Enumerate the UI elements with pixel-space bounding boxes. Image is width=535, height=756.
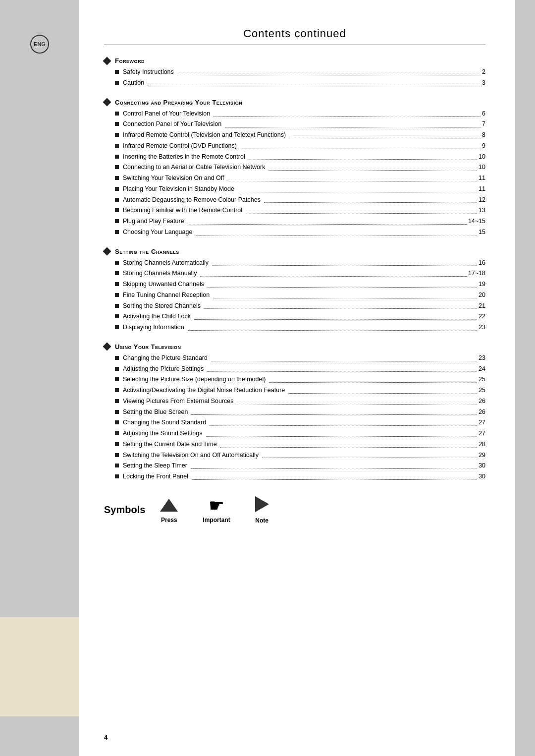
toc-text: Setting the Current Date and Time28 <box>123 440 485 449</box>
toc-label: Viewing Pictures From External Sources <box>123 397 233 406</box>
toc-page-number: 19 <box>479 280 485 289</box>
toc-label: Safety Instructions <box>123 67 174 77</box>
toc-bullet-icon <box>115 133 119 137</box>
toc-text: Fine Tuning Channel Reception20 <box>123 291 485 300</box>
section-title-using: Using Your Television <box>115 343 181 350</box>
section-connecting: Connecting and Preparing Your Television… <box>104 99 485 237</box>
toc-label: Changing the Picture Standard <box>123 353 208 363</box>
toc-text: Changing the Picture Standard23 <box>123 353 485 363</box>
toc-dots <box>268 170 477 171</box>
toc-dots <box>213 298 477 298</box>
toc-text: Inserting the Batteries in the Remote Co… <box>123 152 485 162</box>
toc-label: Selecting the Picture Size (depending on… <box>123 375 266 384</box>
toc-bullet-icon <box>115 81 119 85</box>
toc-bullet-icon <box>115 219 119 223</box>
toc-item: Storing Channels Automatically16 <box>115 258 485 268</box>
toc-item: Setting the Current Date and Time28 <box>115 440 485 449</box>
toc-bullet-icon <box>115 474 119 478</box>
toc-label: Displaying Information <box>123 323 184 332</box>
toc-page-number: 8 <box>482 130 485 140</box>
toc-item: Fine Tuning Channel Reception20 <box>115 291 485 300</box>
toc-page-number: 23 <box>479 323 485 332</box>
toc-bullet-icon <box>115 198 119 202</box>
toc-bullet-icon <box>115 453 119 457</box>
press-icon <box>160 497 178 515</box>
toc-label: Activating the Child Lock <box>123 312 191 321</box>
page-content: Contents continued ForewordSafety Instru… <box>79 0 515 756</box>
toc-dots <box>238 192 477 192</box>
toc-dots <box>208 287 477 288</box>
section-title-channels: Setting the Channels <box>115 248 179 255</box>
section-diamond-icon <box>103 247 111 256</box>
section-diamond-icon <box>103 98 111 107</box>
toc-dots <box>204 308 477 309</box>
toc-item: Adjusting the Sound Settings27 <box>115 429 485 438</box>
symbols-label: Symbols <box>104 504 145 516</box>
toc-label: Storing Channels Manually <box>123 269 197 278</box>
symbol-note: Note <box>255 496 269 524</box>
toc-page-number: 2 <box>482 67 485 77</box>
toc-dots <box>206 436 478 437</box>
toc-label: Adjusting the Picture Settings <box>123 364 204 374</box>
toc-dots <box>200 276 467 277</box>
toc-item: Placing Your Television in Standby Mode1… <box>115 184 485 194</box>
symbol-press: Press <box>160 497 178 523</box>
toc-text: Sorting the Stored Channels21 <box>123 301 485 311</box>
toc-dots <box>148 86 481 86</box>
section-channels: Setting the ChannelsStoring Channels Aut… <box>104 248 485 332</box>
toc-label: Caution <box>123 78 144 88</box>
toc-bullet-icon <box>115 420 119 424</box>
toc-dots <box>192 479 477 480</box>
toc-container: ForewordSafety Instructions2Caution3Conn… <box>104 57 485 481</box>
toc-text: Safety Instructions2 <box>123 67 485 77</box>
toc-dots <box>214 116 481 116</box>
toc-item: Connecting to an Aerial or Cable Televis… <box>115 163 485 172</box>
toc-item: Infrared Remote Control (Television and … <box>115 130 485 140</box>
toc-page-number: 22 <box>479 312 485 321</box>
toc-text: Switching the Television On and Off Auto… <box>123 451 485 460</box>
toc-text: Viewing Pictures From External Sources26 <box>123 397 485 406</box>
toc-bullet-icon <box>115 377 119 381</box>
toc-page-number: 26 <box>479 397 485 406</box>
toc-text: Skipping Unwanted Channels19 <box>123 280 485 289</box>
toc-item: Selecting the Picture Size (depending on… <box>115 375 485 384</box>
toc-list-foreword: Safety Instructions2Caution3 <box>104 67 485 88</box>
toc-bullet-icon <box>115 187 119 191</box>
toc-item: Setting the Blue Screen26 <box>115 407 485 417</box>
toc-text: Switching Your Television On and Off11 <box>123 174 485 183</box>
toc-item: Inserting the Batteries in the Remote Co… <box>115 152 485 162</box>
toc-dots <box>210 425 477 426</box>
toc-text: Connection Panel of Your Television7 <box>123 119 485 129</box>
toc-dots <box>289 138 481 138</box>
toc-bullet-icon <box>115 230 119 234</box>
toc-text: Activating/Deactivating the Digital Nois… <box>123 386 485 395</box>
toc-page-number: 14~15 <box>468 217 485 226</box>
toc-dots <box>196 235 477 235</box>
toc-dots <box>288 393 477 394</box>
toc-dots <box>262 458 477 458</box>
toc-item: Caution3 <box>115 78 485 88</box>
section-diamond-icon <box>103 57 111 65</box>
toc-item: Choosing Your Language15 <box>115 228 485 237</box>
toc-text: Infrared Remote Control (DVD Functions)9 <box>123 141 485 151</box>
toc-item: Infrared Remote Control (DVD Functions)9 <box>115 141 485 151</box>
toc-text: Locking the Front Panel30 <box>123 472 485 481</box>
toc-bullet-icon <box>115 293 119 297</box>
toc-list-channels: Storing Channels Automatically16Storing … <box>104 258 485 332</box>
toc-item: Control Panel of Your Television6 <box>115 109 485 118</box>
toc-dots <box>240 149 481 149</box>
toc-item: Changing the Sound Standard27 <box>115 418 485 427</box>
toc-page-number: 27 <box>479 418 485 427</box>
toc-bullet-icon <box>115 261 119 265</box>
toc-dots <box>249 159 477 160</box>
toc-bullet-icon <box>115 155 119 159</box>
toc-dots <box>225 127 481 127</box>
toc-page-number: 6 <box>482 109 485 118</box>
toc-bullet-icon <box>115 144 119 148</box>
toc-item: Activating/Deactivating the Digital Nois… <box>115 386 485 395</box>
toc-label: Placing Your Television in Standby Mode <box>123 184 234 194</box>
toc-page-number: 25 <box>479 375 485 384</box>
title-divider <box>104 45 485 45</box>
right-sidebar <box>515 0 535 756</box>
toc-label: Skipping Unwanted Channels <box>123 280 204 289</box>
